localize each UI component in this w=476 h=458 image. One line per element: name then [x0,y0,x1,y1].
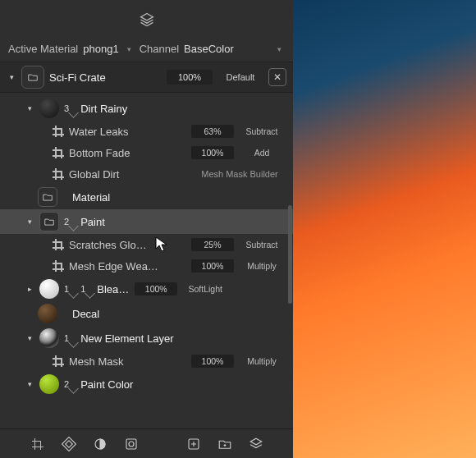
layer-badge: 2 [64,217,76,227]
layer-new-element[interactable]: ▾ 1 New Element Layer [0,326,293,350]
layer-thumbnail [39,98,59,118]
tool-mask-button[interactable] [123,436,140,452]
expander-icon[interactable]: ▸ [25,285,34,293]
mask-icon [53,168,64,180]
layer-opacity[interactable]: 63% [191,125,234,138]
material-dropdown-icon[interactable]: ▾ [124,45,135,53]
mask-icon [53,355,64,367]
mask-icon [53,147,64,158]
layers-icon [139,11,155,28]
layer-name[interactable]: Paint [80,216,285,228]
folder-icon[interactable] [38,187,57,207]
layer-water-leaks[interactable]: Water Leaks 63% Subtract [0,121,293,142]
tool-alpha-button[interactable] [61,436,77,452]
layer-name[interactable]: Mesh Mask [69,355,186,368]
layer-thumbnail [39,279,59,299]
panel-header [0,0,293,39]
close-button[interactable]: ✕ [268,68,286,86]
layer-global-dirt[interactable]: Global Dirt Mesh Mask Builder [0,163,293,185]
mask-icon [53,260,64,272]
layer-blend[interactable]: SoftLight [182,284,228,294]
root-folder-icon[interactable] [21,66,44,89]
tool-add-stack-button[interactable] [248,436,264,452]
layer-thumbnail [39,328,59,348]
footer-toolbar [0,428,293,458]
layer-badge: 1 [64,333,76,343]
layer-name[interactable]: Blea… [97,283,130,295]
layer-thumbnail [39,374,59,394]
svg-rect-3 [126,439,136,449]
layer-blend[interactable]: Multiply [239,356,285,366]
svg-rect-1 [65,440,71,447]
layer-dirt-rainy[interactable]: ▾ 3 Dirt Rainy [0,96,293,121]
layer-name[interactable]: New Element Layer [80,332,285,345]
active-material-value[interactable]: phong1 [83,43,118,55]
layer-paint[interactable]: ▾ 2 Paint [0,209,293,234]
expander-icon[interactable]: ▾ [25,104,34,112]
expander-icon[interactable]: ▾ [25,218,34,226]
layer-badge: 1 [80,284,92,294]
active-material-label: Active Material [8,43,78,55]
layer-mesh-edge[interactable]: Mesh Edge Wea… 100% Multiply [0,255,293,277]
selectors-bar: Active Material phong1 ▾ Channel BaseCol… [0,39,293,62]
svg-point-4 [129,442,134,447]
layer-blend[interactable]: Mesh Mask Builder [195,169,285,179]
layer-opacity[interactable]: 100% [135,282,177,295]
layer-name[interactable]: Bottom Fade [69,147,186,159]
layer-blend[interactable]: Subtract [239,126,285,136]
root-expander-icon[interactable]: ▾ [7,73,16,81]
layer-badge: 1 [64,284,76,294]
layer-blend[interactable]: Add [239,148,285,158]
mask-icon [53,239,64,250]
layer-opacity[interactable]: 100% [191,146,234,159]
layer-opacity[interactable]: 25% [191,238,234,251]
folder-icon[interactable] [39,212,59,231]
channel-label: Channel [140,43,179,55]
root-folder-row[interactable]: ▾ Sci-Fi Crate 100% Default ✕ [0,62,293,93]
tool-contrast-button[interactable] [92,436,108,452]
tool-add-layer-button[interactable] [185,436,202,452]
layer-blend[interactable]: Multiply [239,261,285,271]
layer-tree[interactable]: ▾ 3 Dirt Rainy Water Leaks 63% Subtract … [0,93,293,428]
layer-name[interactable]: Global Dirt [69,168,190,181]
layer-opacity[interactable]: 100% [191,259,234,273]
expander-icon[interactable]: ▾ [25,334,34,342]
layer-mesh-mask[interactable]: Mesh Mask 100% Multiply [0,350,293,372]
layer-blend[interactable]: Subtract [239,240,285,250]
layer-material[interactable]: Material [0,185,293,209]
root-blend[interactable]: Default [217,70,263,85]
layer-name[interactable]: Decal [72,308,285,320]
layer-name[interactable]: Water Leaks [69,126,186,138]
layer-badge: 3 [64,103,76,113]
mask-icon [53,126,64,137]
channel-value[interactable]: BaseColor [184,43,234,55]
layer-blea[interactable]: ▸ 1 1 Blea… 100% SoftLight [0,277,293,301]
expander-icon[interactable]: ▾ [25,380,34,388]
tool-crop-button[interactable] [30,436,46,452]
channel-dropdown-icon[interactable]: ▾ [274,45,285,53]
layer-name[interactable]: Material [72,191,285,204]
scrollbar[interactable] [288,205,292,304]
layers-panel: Active Material phong1 ▾ Channel BaseCol… [0,0,293,458]
layer-thumbnail [38,304,57,323]
layer-badge: 2 [64,379,76,389]
tool-add-folder-button[interactable] [217,436,233,452]
viewport-preview[interactable] [293,0,476,458]
layer-opacity[interactable]: 100% [191,355,234,368]
layer-name[interactable]: Paint Color [80,378,285,391]
layer-name[interactable]: Scratches Glo… [69,239,186,251]
svg-rect-0 [62,437,76,451]
root-folder-name[interactable]: Sci-Fi Crate [49,71,162,84]
layer-scratches[interactable]: Scratches Glo… 25% Subtract [0,234,293,255]
layer-bottom-fade[interactable]: Bottom Fade 100% Add [0,142,293,163]
layer-name[interactable]: Mesh Edge Wea… [69,260,186,273]
layer-paint-color[interactable]: ▾ 2 Paint Color [0,372,293,396]
root-opacity[interactable]: 100% [167,70,213,85]
layer-decal[interactable]: Decal [0,301,293,326]
layer-name[interactable]: Dirt Rainy [80,103,285,115]
